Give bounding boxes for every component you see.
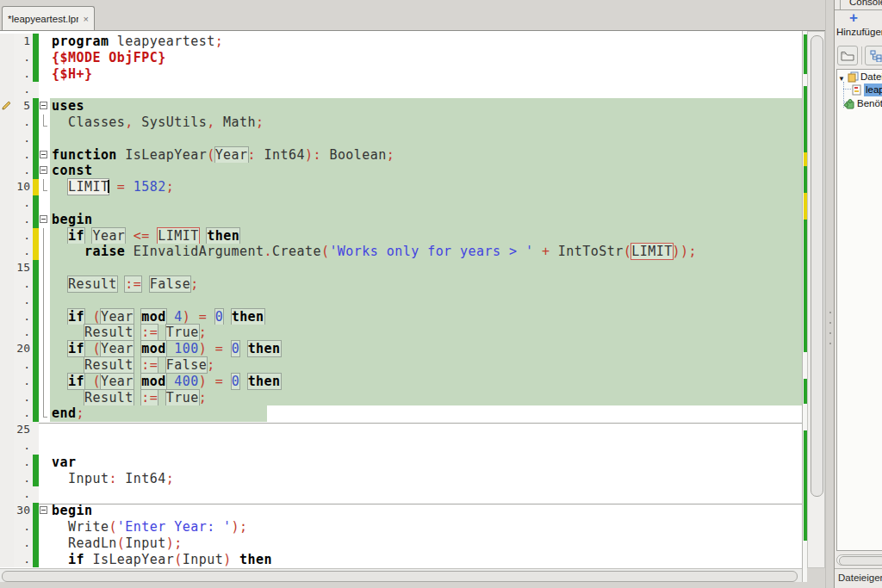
fold-gutter [39,471,50,487]
change-marker [33,98,39,115]
gutter-icon-column [0,147,14,164]
source-editor[interactable]: 1program leapyeartest;.{$MODE ObjFPC}.{$… [0,31,802,582]
add-button[interactable]: + Hinzufügen [835,11,882,42]
fold-gutter [39,293,50,309]
code-line[interactable]: 15 [0,260,802,276]
code-lines: 1program leapyeartest;.{$MODE ObjFPC}.{$… [0,34,802,567]
code-text[interactable]: if (Year mod 100) = 0 then [50,341,802,357]
code-text[interactable] [50,260,802,276]
pane-splitter[interactable] [825,0,834,588]
code-line[interactable]: . Input: Int64; [0,471,802,487]
code-text[interactable]: program leapyeartest; [50,34,802,50]
code-line[interactable]: . Result := True; [0,390,802,406]
code-text[interactable] [50,293,802,309]
code-line[interactable]: 10 LIMIT = 1582; [0,179,802,195]
code-line[interactable]: . ReadLn(Input); [0,535,802,552]
code-text[interactable]: Result := False; [50,357,802,374]
code-line[interactable]: 20 if (Year mod 100) = 0 then [0,341,802,357]
splitter-grip-dot [829,322,831,324]
code-text[interactable]: begin [50,212,802,228]
code-line[interactable]: . if (Year mod 4) = 0 then [0,309,802,325]
code-text[interactable]: {$MODE ObjFPC} [50,50,802,66]
code-line[interactable]: 1program leapyeartest; [0,34,802,50]
change-marker [33,535,39,552]
code-line[interactable]: 5uses [0,98,802,115]
editor-vertical-scrollbar-thumb[interactable] [811,35,823,497]
code-text[interactable]: var [50,455,802,471]
code-text[interactable] [50,422,802,438]
editor-vertical-scrollbar[interactable] [807,31,825,568]
panel-horizontal-scrollbar[interactable] [836,554,882,566]
code-text[interactable]: {$H+} [50,66,802,83]
code-text[interactable]: Write('Enter Year: '); [50,519,802,535]
tab-close-icon[interactable]: × [84,14,89,24]
code-line[interactable]: . if IsLeapYear(Input) then [0,552,802,568]
fold-toggle-icon[interactable] [40,151,47,158]
code-text[interactable]: if (Year mod 400) = 0 then [50,374,802,390]
code-line[interactable]: . [0,131,802,147]
editor-horizontal-scrollbar[interactable] [0,568,802,582]
tree-node-required-packages[interactable]: Benötigte Packages [837,97,882,110]
code-text[interactable]: if (Year mod 4) = 0 then [50,309,802,325]
code-text[interactable]: uses [50,98,802,115]
code-text[interactable]: Result := False; [50,276,802,293]
code-line[interactable]: 30begin [0,503,802,519]
code-text[interactable]: LIMIT = 1582; [50,179,802,195]
code-line[interactable]: . [0,438,802,455]
code-text[interactable] [50,131,802,147]
code-line[interactable]: .{$H+} [0,66,802,83]
code-line[interactable]: . [0,486,802,503]
tree-view-icon [870,50,882,62]
code-line[interactable]: .end; [0,405,802,422]
code-text[interactable]: Input: Int64; [50,471,802,487]
code-line[interactable]: . Classes, SysUtils, Math; [0,115,802,131]
code-line[interactable]: . [0,82,802,98]
fold-toggle-icon[interactable] [40,102,47,109]
code-text[interactable]: if IsLeapYear(Input) then [50,552,802,568]
tree-node-project-file[interactable]: leapyeartest.lpr [837,84,882,96]
tree-view-button[interactable] [865,46,882,65]
code-line[interactable]: . [0,293,802,309]
code-text[interactable]: if Year <= LIMIT then [50,228,802,244]
code-text[interactable]: ReadLn(Input); [50,535,802,552]
code-line[interactable]: . Result := False; [0,276,802,293]
code-line[interactable]: 25 [0,422,802,438]
console-tab-fragment[interactable]: Console [835,0,882,10]
code-text[interactable] [50,486,802,503]
change-marker [33,293,39,309]
code-line[interactable]: . Result := True; [0,325,802,341]
open-folder-button[interactable] [837,46,858,65]
code-line[interactable]: .const [0,163,802,179]
code-text[interactable] [50,82,802,98]
code-line[interactable]: . raise EInvalidArgument.Create('Works o… [0,244,802,260]
code-text[interactable] [50,438,802,455]
code-line[interactable]: . if (Year mod 400) = 0 then [0,374,802,390]
code-text[interactable] [50,195,802,212]
code-line[interactable]: .begin [0,212,802,228]
gutter-icon-column [0,244,14,260]
code-text[interactable]: Classes, SysUtils, Math; [50,115,802,131]
code-text[interactable]: raise EInvalidArgument.Create('Works onl… [50,244,802,260]
code-text[interactable]: begin [50,503,802,519]
code-text[interactable]: Result := True; [50,390,802,406]
fold-toggle-icon[interactable] [40,506,47,514]
editor-horizontal-scrollbar-thumb[interactable] [2,571,798,582]
change-marker [33,552,39,568]
code-line[interactable]: . Write('Enter Year: '); [0,519,802,535]
panel-horizontal-scrollbar-thumb[interactable] [839,556,882,566]
code-text[interactable]: end; [50,405,802,422]
code-line[interactable]: . [0,195,802,212]
line-number: 30 [14,503,33,519]
code-line[interactable]: .var [0,455,802,471]
tab-leapyeartest[interactable]: *leapyeartest.lpr × [2,6,95,30]
project-files-tree[interactable]: ▼ Dateien [836,69,882,551]
fold-toggle-icon[interactable] [40,215,47,223]
fold-toggle-icon[interactable] [40,166,47,174]
code-line[interactable]: .function IsLeapYear(Year: Int64): Boole… [0,147,802,164]
code-text[interactable]: function IsLeapYear(Year: Int64): Boolea… [50,147,802,164]
code-line[interactable]: . Result := False; [0,357,802,374]
code-line[interactable]: . if Year <= LIMIT then [0,228,802,244]
code-line[interactable]: .{$MODE ObjFPC} [0,50,802,66]
code-text[interactable]: const [50,163,802,179]
code-text[interactable]: Result := True; [50,325,802,341]
